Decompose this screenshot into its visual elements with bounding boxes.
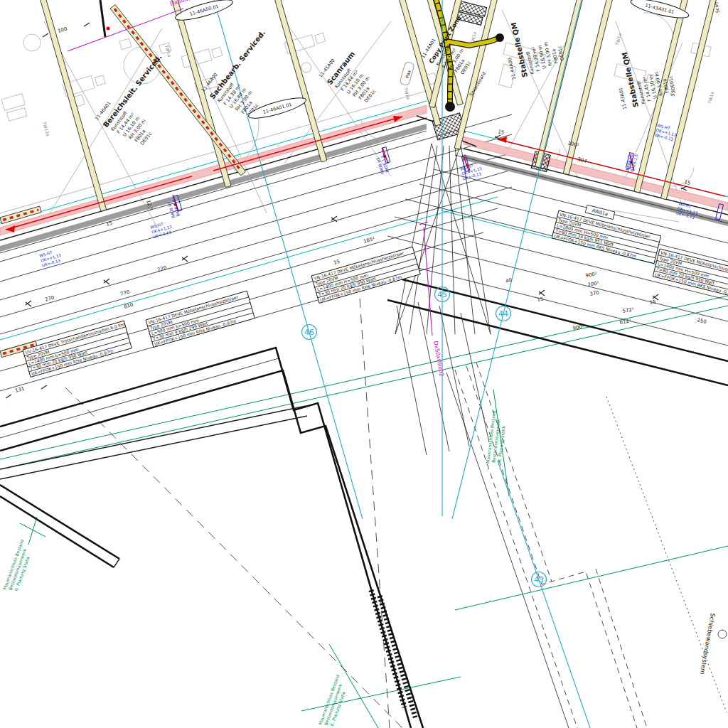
sliding-wall-text: Schiebewandsystem: [699, 613, 717, 675]
dim-text: 15: [333, 259, 341, 266]
round-table-small: [23, 34, 41, 51]
window-tag: WS-H7 OK=+1,13 UK=-0,13: [150, 220, 174, 239]
tw-tag: TW1a: [614, 33, 622, 47]
dim-text: 900¹: [585, 271, 598, 279]
dim-text: 15: [498, 129, 505, 136]
door-marker-tag: BA08-HT BA26-1,5: [625, 152, 639, 172]
radiator-spec-box: VN-16-417 DEVE Möbelanschlussheizkörper …: [311, 247, 420, 303]
grid-bubble-label: 46: [304, 328, 314, 337]
dim-text: 15: [684, 179, 692, 186]
tw-tag: TW1a: [707, 91, 714, 105]
green-note: Maueranschluss Bestand Bestandsmauerwerk…: [317, 674, 351, 728]
grid-bubble-label: 43: [534, 575, 544, 584]
grid-bubble-label: 45: [437, 290, 447, 299]
dim-text: 612¹: [619, 318, 632, 326]
green-note: Maueranschluss Bestand Bestandsmauerwerk…: [1, 539, 36, 595]
sliding-wall-label: Schiebewandsystem: [699, 613, 717, 675]
dim-text: 572¹: [622, 306, 635, 314]
dim-text: 55: [670, 90, 677, 97]
grid-bubble-label: 44: [498, 309, 508, 318]
radiator-spec-box: VN-16-417 DEVE Möbelanschlussheizkörper …: [552, 210, 660, 264]
tw-tag: TW1a: [164, 43, 173, 58]
room-label-bereichsleit: 11-46A01 Bereichsleit. Serviced. Kunstst…: [94, 47, 194, 153]
pipe-end-dot: [445, 102, 455, 112]
dim-text: 304: [577, 156, 588, 164]
cad-floorplan-viewport: 46 45 44 43 UV-16-417 DEVE: [0, 0, 728, 728]
window-tag: WS-H7 OK=+1,13 UK=-0,13: [654, 123, 678, 142]
grid-bubble-46: 46: [302, 325, 317, 340]
dim-text: 100: [57, 26, 68, 34]
hall-walls: [0, 299, 727, 728]
wall-spec-tag: AW01a: [585, 205, 614, 219]
dim-text: 270: [156, 265, 167, 273]
radiator-spec-box: VN-16-417 DEVE Möbelanschlussheizkörper …: [146, 291, 255, 347]
tw-tag: TW12a: [42, 120, 51, 136]
hatched-wall: [380, 596, 416, 719]
door-marker-tag: BA08-HT BA26-1,5: [375, 154, 390, 174]
green-lines: [0, 296, 728, 728]
radiator-spec-box: VN-16-417 DEVE Möbelanschlussheizkörper …: [653, 249, 728, 302]
dim-text: 370: [589, 290, 600, 297]
dim-text: 250: [697, 317, 707, 325]
dashed-diagonal: [360, 299, 390, 728]
heating-band-right: [464, 136, 728, 210]
dim-text: 15: [649, 299, 656, 306]
dim-text: 165¹: [363, 236, 375, 245]
pipe-end-dot: [496, 33, 504, 42]
dotted-leader: [606, 397, 727, 712]
dim-text: 810: [123, 302, 134, 310]
dim-text: 15: [537, 296, 544, 303]
dim-text: 131: [14, 386, 25, 394]
grid-bubble-43: 43: [532, 572, 547, 587]
dim-text: 106¹: [567, 140, 580, 149]
scan-text: Scan: [713, 1, 721, 14]
dim-text: 770: [119, 289, 130, 297]
dim-text: 200¹: [587, 280, 600, 288]
tw-tag: TW1a: [403, 86, 412, 100]
room-id: 11-43A01: [618, 87, 628, 110]
reference-symbol: [718, 630, 727, 638]
room-label-scanraum: 11-45A00 Scanraum Kunststoff F 14,44 m² …: [318, 44, 387, 111]
dim-text: 40: [505, 277, 513, 284]
pax-label: Pax: [400, 61, 414, 85]
room-label-stabstelle-qm-1: 11-44A00 Stabstelle QM Kunststoff F 14,2…: [500, 14, 567, 80]
dim-text: 900¹: [572, 323, 585, 331]
grid-bubble-44: 44: [496, 306, 511, 321]
dim-text: 15: [105, 220, 113, 228]
dashed-diagonal: [65, 387, 402, 728]
floor-plan-canvas: 46 45 44 43 UV-16-417 DEVE: [0, 0, 728, 728]
green-note: Maueranschluss Bestand Bestandsmauerwerk…: [485, 410, 508, 465]
scan-label: Scan: [713, 1, 721, 14]
